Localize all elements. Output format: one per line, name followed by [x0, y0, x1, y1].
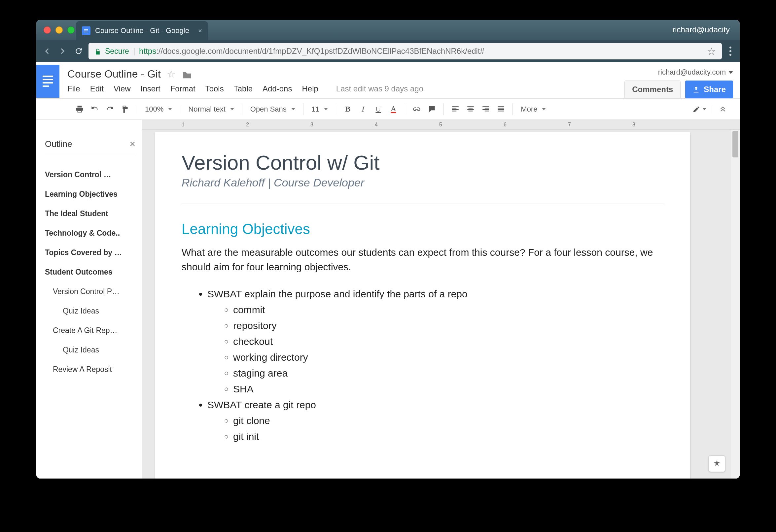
text-color-button[interactable]: A — [386, 102, 400, 117]
sub-bullet-item[interactable]: SHA — [233, 381, 664, 397]
back-button[interactable] — [41, 45, 53, 57]
document-page[interactable]: Version Control w/ Git Richard Kalehoff … — [155, 132, 690, 479]
insert-link-icon[interactable] — [410, 102, 424, 117]
outline-title: Outline — [45, 139, 72, 149]
outline-item[interactable]: Topics Covered by … — [45, 243, 135, 262]
google-docs-app: Course Outline - Git ☆ FileEditViewInser… — [36, 62, 740, 479]
last-edit-note[interactable]: Last edit was 9 days ago — [336, 84, 423, 93]
star-document-icon[interactable]: ☆ — [167, 68, 176, 80]
lock-icon — [94, 48, 101, 54]
collapse-toolbar-icon[interactable] — [716, 102, 730, 117]
move-to-folder-icon[interactable] — [182, 70, 192, 78]
print-icon[interactable] — [73, 102, 86, 117]
menu-format[interactable]: Format — [170, 84, 195, 93]
outline-item[interactable]: Student Outcomes — [45, 262, 135, 282]
menu-tools[interactable]: Tools — [205, 84, 224, 93]
secure-label: Secure — [105, 47, 129, 56]
bullet-list[interactable]: SWBAT explain the purpose and identify t… — [182, 286, 664, 445]
insert-comment-icon[interactable] — [425, 102, 439, 117]
sub-bullet-item[interactable]: git clone — [233, 413, 664, 429]
redo-icon[interactable] — [103, 102, 117, 117]
outline-item[interactable]: Version Control … — [45, 165, 135, 185]
scrollbar-track[interactable] — [731, 130, 740, 479]
account-link[interactable]: richard@udacity.com — [658, 68, 733, 76]
sub-bullet-item[interactable]: git init — [233, 429, 664, 445]
menu-file[interactable]: File — [67, 84, 80, 93]
scrollbar-thumb[interactable] — [732, 131, 738, 158]
outline-item[interactable]: Review A Reposit — [45, 360, 135, 379]
bookmark-star-icon[interactable]: ☆ — [707, 45, 716, 57]
explore-button[interactable] — [709, 456, 725, 472]
menu-view[interactable]: View — [114, 84, 131, 93]
align-center-icon[interactable] — [463, 102, 477, 117]
sub-bullet-item[interactable]: checkout — [233, 334, 664, 349]
tab-strip: Course Outline - Git - Google × richard@… — [36, 20, 740, 40]
font-size-dropdown[interactable]: 11 — [308, 105, 331, 113]
menu-help[interactable]: Help — [302, 84, 318, 93]
align-justify-icon[interactable] — [494, 102, 508, 117]
close-tab-icon[interactable]: × — [198, 27, 202, 35]
outline-item[interactable]: Quiz Ideas — [45, 340, 135, 360]
profile-name[interactable]: richard@udacity — [672, 25, 730, 34]
paint-format-icon[interactable] — [118, 102, 132, 117]
docs-header: Course Outline - Git ☆ FileEditViewInser… — [36, 62, 740, 99]
paragraph-style-dropdown[interactable]: Normal text — [185, 105, 237, 113]
caret-down-icon — [702, 108, 706, 110]
ruler-mark: 2 — [246, 122, 249, 128]
underline-button[interactable]: U — [371, 102, 385, 117]
ruler-mark: 1 — [182, 122, 185, 128]
sub-bullet-item[interactable]: repository — [233, 318, 664, 334]
bullet-item[interactable]: SWBAT create a git repogit clonegit init — [207, 397, 664, 445]
bullet-item[interactable]: SWBAT explain the purpose and identify t… — [207, 286, 664, 397]
tab-title: Course Outline - Git - Google — [95, 26, 194, 35]
menu-add-ons[interactable]: Add-ons — [262, 84, 292, 93]
bold-button[interactable]: B — [341, 102, 355, 117]
zoom-dropdown[interactable]: 100% — [142, 105, 175, 113]
close-outline-icon[interactable]: × — [130, 138, 135, 150]
font-dropdown[interactable]: Open Sans — [247, 105, 299, 113]
editing-mode-button[interactable] — [693, 102, 706, 117]
minimize-window-button[interactable] — [55, 26, 63, 34]
document-name[interactable]: Course Outline - Git — [67, 68, 161, 80]
close-window-button[interactable] — [44, 26, 51, 34]
menu-insert[interactable]: Insert — [141, 84, 161, 93]
document-canvas[interactable]: Version Control w/ Git Richard Kalehoff … — [142, 130, 740, 479]
align-right-icon[interactable] — [479, 102, 493, 117]
outline-item[interactable]: Quiz Ideas — [45, 301, 135, 321]
sub-bullet-item[interactable]: commit — [233, 302, 664, 318]
forward-button[interactable] — [57, 45, 69, 57]
url-text: https://docs.google.com/document/d/1fmpD… — [139, 46, 484, 56]
fullscreen-window-button[interactable] — [67, 26, 74, 34]
caret-down-icon — [324, 108, 328, 110]
browser-tab[interactable]: Course Outline - Git - Google × — [76, 21, 208, 40]
menu-bar: FileEditViewInsertFormatToolsTableAdd-on… — [67, 84, 624, 98]
sub-bullet-item[interactable]: staging area — [233, 365, 664, 381]
align-left-icon[interactable] — [448, 102, 462, 117]
doc-paragraph[interactable]: What are the measurable outcomes our stu… — [182, 245, 664, 274]
outline-item[interactable]: The Ideal Student — [45, 204, 135, 223]
italic-button[interactable]: I — [356, 102, 370, 117]
doc-heading-1[interactable]: Version Control w/ Git — [182, 151, 664, 174]
undo-icon[interactable] — [88, 102, 102, 117]
comments-button[interactable]: Comments — [624, 80, 681, 98]
docs-logo-icon[interactable] — [36, 65, 59, 98]
menu-table[interactable]: Table — [234, 84, 253, 93]
chrome-menu-button[interactable] — [726, 46, 735, 56]
outline-item[interactable]: Learning Objectives — [45, 185, 135, 204]
caret-down-icon — [230, 108, 234, 110]
ruler-mark: 4 — [375, 122, 378, 128]
menu-edit[interactable]: Edit — [90, 84, 104, 93]
doc-heading-2[interactable]: Learning Objectives — [182, 221, 664, 237]
ruler-mark: 6 — [504, 122, 507, 128]
outline-item[interactable]: Version Control P… — [45, 282, 135, 301]
address-bar[interactable]: Secure | https://docs.google.com/documen… — [88, 43, 722, 59]
ruler[interactable]: 12345678 — [142, 120, 740, 130]
share-button[interactable]: Share — [685, 80, 733, 98]
outline-item[interactable]: Technology & Code.. — [45, 223, 135, 243]
reload-button[interactable] — [73, 45, 84, 57]
doc-subtitle[interactable]: Richard Kalehoff | Course Developer — [182, 176, 664, 189]
more-toolbar-dropdown[interactable]: More — [518, 105, 549, 113]
outline-item[interactable]: Create A Git Rep… — [45, 321, 135, 340]
outline-panel: Outline × Version Control …Learning Obje… — [36, 130, 142, 479]
sub-bullet-item[interactable]: working directory — [233, 349, 664, 365]
